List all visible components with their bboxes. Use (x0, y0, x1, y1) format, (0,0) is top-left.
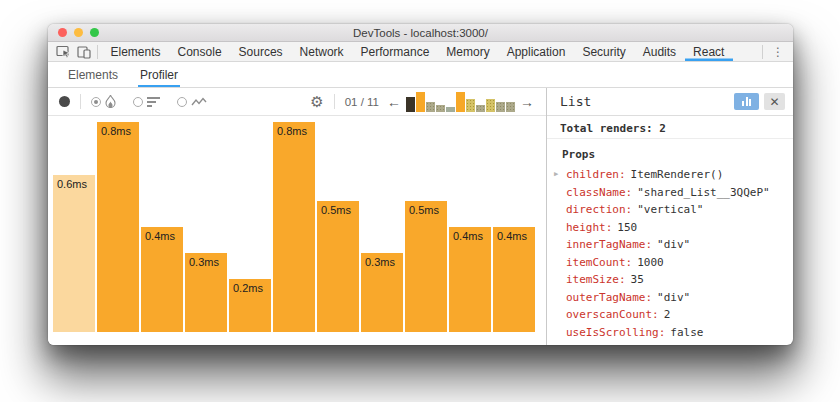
minichart-bar-5[interactable] (446, 107, 455, 112)
minichart-bar-6[interactable] (456, 92, 465, 112)
props-section: Props ▶children:ItemRenderer()className:… (547, 139, 793, 345)
commit-bar-11[interactable]: 0.4ms (493, 227, 535, 332)
prop-value: "div" (657, 291, 690, 304)
prop-value: 35 (631, 273, 644, 286)
devtools-tab-memory[interactable]: Memory (438, 42, 498, 61)
profiler-content: ⚙ 01 / 11 ← → 0.6ms0.8ms0.4ms0.3ms0.2ms0… (48, 88, 793, 345)
commit-bar-label: 0.4ms (453, 230, 483, 242)
commit-bar-1[interactable]: 0.6ms (53, 175, 95, 332)
prop-key: itemCount: (566, 256, 632, 269)
minichart-bar-8[interactable] (476, 105, 485, 112)
ranked-view-radio[interactable] (133, 97, 160, 107)
commit-bar-label: 0.8ms (101, 125, 131, 137)
prop-row-useIsScrolling: useIsScrolling:false (547, 326, 793, 344)
commit-bar-4[interactable]: 0.3ms (185, 253, 227, 332)
commit-bar-label: 0.3ms (189, 256, 219, 268)
prop-key: className: (566, 186, 632, 199)
commit-bar-2[interactable]: 0.8ms (97, 122, 139, 332)
prop-row-outerTagName: outerTagName:"div" (547, 291, 793, 309)
maximize-window-button[interactable] (90, 28, 99, 37)
prop-row-innerTagName: innerTagName:"div" (547, 238, 793, 256)
commit-bar-7[interactable]: 0.5ms (317, 201, 359, 332)
prop-row-direction: direction:"vertical" (547, 203, 793, 221)
more-options-icon[interactable]: ⋮ (763, 42, 793, 61)
prop-value: 300 (611, 343, 631, 345)
devtools-tab-security[interactable]: Security (574, 42, 634, 61)
commit-bar-10[interactable]: 0.4ms (449, 227, 491, 332)
prop-key: innerTagName: (566, 238, 652, 251)
commit-bars: 0.6ms0.8ms0.4ms0.3ms0.2ms0.8ms0.5ms0.3ms… (53, 116, 535, 332)
commit-bar-8[interactable]: 0.3ms (361, 253, 403, 332)
prop-key: width: (566, 343, 606, 345)
minichart-bar-1[interactable] (406, 97, 415, 112)
devtools-tab-console[interactable]: Console (169, 42, 230, 61)
component-details-panel: List ✕ Total renders: 2 Props ▶children:… (547, 88, 793, 345)
minimize-window-button[interactable] (74, 28, 83, 37)
minichart-bar-11[interactable] (506, 102, 515, 112)
props-label: Props (547, 148, 793, 161)
devtools-tabbar: ElementsConsoleSourcesNetworkPerformance… (48, 42, 793, 62)
profiler-left-pane: ⚙ 01 / 11 ← → 0.6ms0.8ms0.4ms0.3ms0.2ms0… (48, 88, 547, 345)
react-subtab-profiler[interactable]: Profiler (138, 62, 180, 87)
next-snapshot-arrow[interactable]: → (518, 95, 536, 109)
close-panel-icon[interactable]: ✕ (764, 93, 785, 110)
devtools-tab-audits[interactable]: Audits (634, 42, 684, 61)
render-chart-button[interactable] (734, 93, 759, 110)
settings-gear-icon[interactable]: ⚙ (310, 94, 323, 109)
prop-value: "shared_List__3QQeP" (637, 186, 769, 199)
expand-triangle-icon[interactable]: ▶ (554, 170, 558, 178)
commit-bar-label: 0.8ms (277, 125, 307, 137)
devtools-tab-application[interactable]: Application (498, 42, 574, 61)
titlebar: DevTools - localhost:3000/ (48, 24, 793, 42)
commit-bar-5[interactable]: 0.2ms (229, 279, 271, 332)
close-window-button[interactable] (58, 28, 67, 37)
react-subtab-elements[interactable]: Elements (66, 62, 120, 87)
commit-bar-6[interactable]: 0.8ms (273, 122, 315, 332)
flamegraph-view-radio[interactable] (91, 95, 116, 108)
commit-bar-label: 0.4ms (497, 230, 527, 242)
minichart-bar-3[interactable] (426, 102, 435, 112)
commit-bar-9[interactable]: 0.5ms (405, 201, 447, 332)
minichart-bar-2[interactable] (416, 92, 425, 112)
commit-bar-label: 0.4ms (145, 230, 175, 242)
devtools-tab-network[interactable]: Network (291, 42, 352, 61)
snapshot-counter: 01 / 11 (345, 96, 379, 108)
minichart-bar-10[interactable] (496, 102, 505, 112)
snapshot-minichart (406, 91, 515, 112)
total-renders-value: 2 (659, 122, 666, 135)
inspect-element-icon[interactable] (56, 45, 71, 59)
prop-value: ItemRenderer() (631, 168, 724, 181)
prop-key: useIsScrolling: (566, 326, 665, 339)
minichart-bar-9[interactable] (486, 99, 495, 112)
commit-bar-label: 0.2ms (233, 282, 263, 294)
prop-key: overscanCount: (566, 308, 659, 321)
prop-key: height: (566, 221, 612, 234)
prop-value: 1000 (637, 256, 664, 269)
commit-bar-label: 0.3ms (365, 256, 395, 268)
devtools-tab-sources[interactable]: Sources (230, 42, 291, 61)
prop-value: 150 (617, 221, 637, 234)
prop-row-width: width:300 (547, 343, 793, 345)
prop-key: itemSize: (566, 273, 626, 286)
minichart-bar-4[interactable] (436, 105, 445, 112)
profiler-toolbar: ⚙ 01 / 11 ← → (48, 88, 546, 116)
devtools-tab-elements[interactable]: Elements (102, 42, 169, 61)
total-renders-label: Total renders: (560, 122, 659, 135)
commit-bar-3[interactable]: 0.4ms (141, 227, 183, 332)
prop-value: false (670, 326, 703, 339)
devtools-window: DevTools - localhost:3000/ ElementsConso… (48, 24, 793, 345)
devtools-tab-performance[interactable]: Performance (352, 42, 438, 61)
device-toolbar-icon[interactable] (77, 45, 91, 59)
prop-row-className: className:"shared_List__3QQeP" (547, 186, 793, 204)
record-button[interactable] (59, 96, 70, 107)
minichart-bar-7[interactable] (466, 99, 475, 112)
commit-bar-chart: 0.6ms0.8ms0.4ms0.3ms0.2ms0.8ms0.5ms0.3ms… (48, 116, 546, 345)
interactions-view-radio[interactable] (177, 97, 207, 107)
devtools-tab-react[interactable]: React (685, 42, 733, 61)
prop-row-itemCount: itemCount:1000 (547, 256, 793, 274)
prop-value: "div" (657, 238, 690, 251)
prev-snapshot-arrow[interactable]: ← (385, 95, 403, 109)
ranked-chart-icon (147, 97, 160, 107)
prop-key: children: (566, 168, 626, 181)
prop-key: direction: (566, 203, 632, 216)
